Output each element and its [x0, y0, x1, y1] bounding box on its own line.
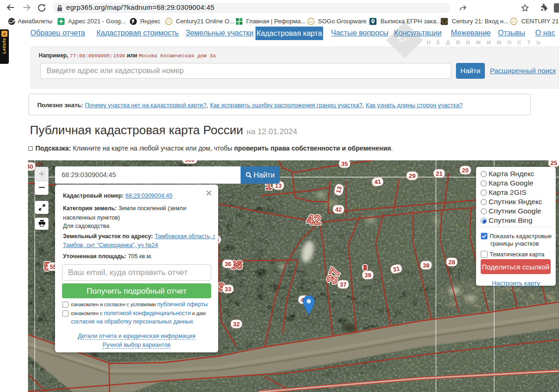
svg-text:36: 36 [225, 261, 231, 268]
svg-text:21: 21 [309, 20, 313, 24]
svg-text:29: 29 [409, 172, 415, 179]
svg-text:21: 21 [167, 20, 171, 24]
svg-text:39: 39 [365, 272, 371, 279]
svg-text:21: 21 [512, 20, 516, 24]
svg-text:32: 32 [233, 321, 240, 328]
svg-text:35: 35 [341, 160, 348, 167]
svg-text:21: 21 [442, 20, 446, 23]
svg-text:40: 40 [28, 163, 33, 170]
svg-text:21: 21 [436, 170, 442, 177]
svg-text:41: 41 [374, 178, 381, 186]
svg-text:3: 3 [363, 264, 367, 271]
svg-text:31: 31 [392, 265, 400, 273]
svg-text:37: 37 [340, 281, 346, 288]
svg-text:38: 38 [423, 262, 429, 269]
svg-text:42: 42 [335, 206, 342, 213]
svg-text:33: 33 [225, 286, 231, 293]
svg-text:42: 42 [307, 213, 321, 227]
svg-text:560: 560 [185, 160, 195, 163]
svg-text:28: 28 [449, 259, 455, 266]
svg-text:25: 25 [551, 160, 557, 166]
svg-text:20: 20 [462, 167, 469, 174]
